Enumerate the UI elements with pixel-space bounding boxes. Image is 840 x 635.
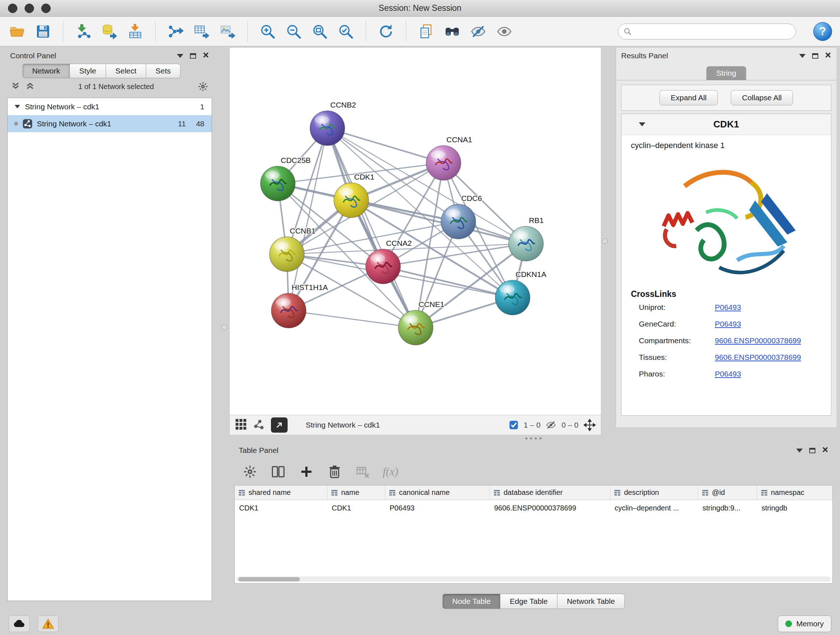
table-cell[interactable]: 9606.ENSP00000378699 <box>490 504 610 512</box>
network-node-CCNA1[interactable]: CCNA1 <box>426 135 472 180</box>
search-input[interactable] <box>635 27 790 35</box>
import-network-from-database-button[interactable] <box>100 22 118 41</box>
delete-table-button[interactable] <box>355 463 371 480</box>
search-box[interactable] <box>618 24 796 40</box>
table-row[interactable]: CDK1CDK1P064939606.ENSP00000378699cyclin… <box>235 500 832 516</box>
selected-checkbox-icon[interactable] <box>508 420 519 430</box>
left-splitter-handle[interactable] <box>221 325 227 330</box>
tab-network-table[interactable]: Network Table <box>557 594 625 609</box>
tab-node-table[interactable]: Node Table <box>442 594 500 609</box>
function-builder-button[interactable]: f(x) <box>383 465 398 478</box>
create-column-button[interactable] <box>298 463 315 480</box>
network-edge-HIST1H1A-CCNE1[interactable] <box>289 310 416 328</box>
network-edge-CCNB2-CCNA1[interactable] <box>327 128 444 163</box>
tab-edge-table[interactable]: Edge Table <box>500 594 557 609</box>
refresh-button[interactable] <box>377 22 395 41</box>
zoom-in-button[interactable] <box>259 22 277 41</box>
collapse-all-icon[interactable] <box>11 81 20 92</box>
network-graph[interactable]: CCNB2CCNA1CDC25BCDK1CDC6RB1CCNB1CCNA2CDK… <box>230 48 601 414</box>
column-header[interactable]: shared name <box>235 486 327 500</box>
memory-button[interactable]: Memory <box>778 616 831 632</box>
expand-all-button[interactable]: Expand All <box>660 90 718 105</box>
panel-menu-icon[interactable] <box>799 54 806 58</box>
import-table-button[interactable] <box>126 22 144 41</box>
tab-string[interactable]: String <box>706 66 746 80</box>
close-panel-icon[interactable] <box>202 52 209 60</box>
column-header[interactable]: database identifier <box>490 486 610 500</box>
horizontal-scrollbar[interactable] <box>236 576 831 582</box>
column-header[interactable]: @id <box>698 486 757 500</box>
network-row-selected[interactable]: String Network – cdk1 11 48 <box>8 115 212 132</box>
table-cell[interactable]: cyclin–dependent ... <box>610 504 698 512</box>
zoom-selected-button[interactable] <box>337 22 355 41</box>
hidden-eye-slash-icon[interactable] <box>546 420 556 431</box>
crosslink-link[interactable]: P06493 <box>715 370 741 378</box>
column-header[interactable]: canonical name <box>385 486 490 500</box>
table-cell[interactable]: P06493 <box>385 504 490 512</box>
export-network-button[interactable] <box>166 22 185 41</box>
column-header[interactable]: namespac <box>757 486 833 500</box>
warnings-button[interactable] <box>38 616 58 632</box>
cloud-status-button[interactable] <box>9 616 30 632</box>
network-collection-row[interactable]: String Network – cdk1 1 <box>8 98 212 115</box>
network-node-CDC25B[interactable]: CDC25B <box>261 156 311 201</box>
crosslink-link[interactable]: 9606.ENSP00000378699 <box>715 353 801 362</box>
table-cell[interactable]: stringdb <box>757 504 833 512</box>
collapse-all-button[interactable]: Collapse All <box>731 90 793 105</box>
export-image-button[interactable] <box>218 22 237 41</box>
tab-network[interactable]: Network <box>22 64 70 78</box>
node-details-header[interactable]: CDK1 <box>622 114 831 135</box>
table-cell[interactable]: stringdb:9... <box>698 504 757 512</box>
export-table-button[interactable] <box>193 22 210 41</box>
details-disclosure-icon[interactable] <box>639 122 645 126</box>
float-panel-icon[interactable] <box>809 448 815 453</box>
first-neighbors-button[interactable] <box>443 22 461 41</box>
open-session-button[interactable] <box>8 22 26 41</box>
table-cell[interactable]: CDK1 <box>327 504 385 512</box>
network-node-CDKN1A[interactable]: CDKN1A <box>495 270 546 315</box>
birdseye-view-icon[interactable] <box>253 418 265 432</box>
zoom-out-button[interactable] <box>285 22 303 41</box>
network-node-HIST1H1A[interactable]: HIST1H1A <box>271 283 328 328</box>
import-network-from-file-button[interactable] <box>74 22 92 41</box>
float-panel-icon[interactable] <box>190 53 196 59</box>
clone-network-button[interactable] <box>417 22 435 41</box>
float-panel-icon[interactable] <box>812 53 818 59</box>
network-node-CCNB1[interactable]: CCNB1 <box>270 226 316 272</box>
network-options-gear-icon[interactable] <box>197 81 208 92</box>
scrollbar-thumb[interactable] <box>238 577 300 581</box>
panel-menu-icon[interactable] <box>796 448 803 453</box>
collection-disclosure-icon[interactable] <box>14 105 20 108</box>
horizontal-splitter-grip[interactable] <box>525 437 542 440</box>
grid-view-icon[interactable] <box>235 418 247 432</box>
network-node-CDC6[interactable]: CDC6 <box>441 194 482 239</box>
crosshair-move-icon[interactable] <box>584 419 596 431</box>
right-splitter-handle[interactable] <box>602 238 608 244</box>
delete-column-button[interactable] <box>326 463 343 480</box>
network-node-CCNB2[interactable]: CCNB2 <box>310 101 356 146</box>
help-button[interactable]: ? <box>813 22 832 41</box>
panel-menu-icon[interactable] <box>177 54 183 58</box>
open-in-window-button[interactable] <box>271 417 287 432</box>
column-header[interactable]: name <box>327 486 385 500</box>
crosslink-link[interactable]: P06493 <box>715 303 741 312</box>
hide-selected-button[interactable] <box>469 22 487 41</box>
close-panel-icon[interactable] <box>822 447 829 454</box>
zoom-fit-button[interactable] <box>311 22 329 41</box>
crosslink-link[interactable]: P06493 <box>715 320 741 328</box>
crosslink-link[interactable]: 9606.ENSP00000378699 <box>715 336 801 345</box>
tab-style[interactable]: Style <box>70 64 106 78</box>
show-columns-button[interactable] <box>270 463 286 480</box>
table-cell[interactable]: CDK1 <box>235 504 327 512</box>
close-panel-icon[interactable] <box>825 52 831 60</box>
column-header[interactable]: description <box>610 486 698 500</box>
tab-sets[interactable]: Sets <box>146 64 180 78</box>
network-canvas[interactable]: CCNB2CCNA1CDC25BCDK1CDC6RB1CCNB1CCNA2CDK… <box>229 48 601 415</box>
network-node-RB1[interactable]: RB1 <box>508 216 544 261</box>
tab-select[interactable]: Select <box>106 64 146 78</box>
show-all-button[interactable] <box>495 22 513 41</box>
save-session-button[interactable] <box>34 22 52 41</box>
table-options-button[interactable] <box>242 463 258 480</box>
network-edge-CCNB2-CCNE1[interactable] <box>327 128 416 328</box>
expand-all-icon[interactable] <box>25 81 35 92</box>
